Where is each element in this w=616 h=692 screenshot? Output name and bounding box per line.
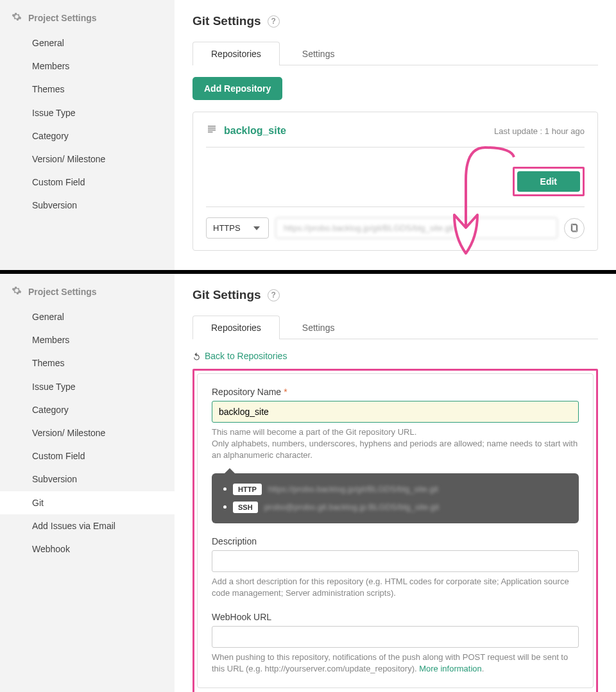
- sidebar-item-custom-field[interactable]: Custom Field: [0, 171, 175, 194]
- svg-rect-0: [208, 126, 216, 127]
- sidebar-item-webhook[interactable]: Webhook: [0, 537, 175, 561]
- sidebar-top: Project Settings General Members Themes …: [0, 0, 175, 270]
- repository-icon: [206, 124, 224, 138]
- svg-rect-2: [208, 130, 216, 131]
- webhook-input[interactable]: [212, 626, 579, 648]
- repository-card: backlog_site Last update : 1 hour ago Ed…: [193, 112, 598, 251]
- help-icon[interactable]: ?: [268, 15, 280, 28]
- url-preview: HTTP https://probo.backlog.jp/git/BLGDS/…: [212, 473, 579, 523]
- edit-button[interactable]: Edit: [517, 171, 580, 192]
- repo-name[interactable]: backlog_site: [224, 125, 286, 137]
- ssh-url: probo@probo.git.backlog.jp:BLGDS/blg_sit…: [264, 502, 440, 512]
- tabs: Repositories Settings: [193, 41, 598, 65]
- description-label: Description: [212, 536, 579, 546]
- sidebar-item-themes[interactable]: Themes: [0, 351, 175, 375]
- sidebar-item-members[interactable]: Members: [0, 328, 175, 351]
- sidebar-title: Project Settings: [28, 13, 97, 23]
- bullet-icon: [223, 505, 227, 509]
- protocol-value: HTTPS: [213, 223, 241, 233]
- copy-button[interactable]: [564, 218, 585, 239]
- page-title-row: Git Settings ?: [193, 288, 598, 302]
- repo-name-input[interactable]: [212, 401, 579, 423]
- sidebar-item-version-milestone[interactable]: Version/ Milestone: [0, 148, 175, 171]
- help-icon[interactable]: ?: [268, 289, 280, 301]
- divider: [206, 207, 585, 207]
- svg-rect-3: [208, 131, 213, 133]
- http-badge: HTTP: [233, 484, 262, 495]
- bullet-icon: [223, 487, 227, 491]
- clipboard-icon: [569, 223, 579, 233]
- form-highlight: Repository Name* This name will become a…: [193, 369, 598, 692]
- page-title: Git Settings: [193, 14, 261, 28]
- http-url-row: HTTP https://probo.backlog.jp/git/BLGDS/…: [223, 484, 567, 495]
- sidebar-item-subversion[interactable]: Subversion: [0, 194, 175, 217]
- sidebar-header: Project Settings: [0, 285, 175, 305]
- sidebar-item-git[interactable]: Git: [0, 491, 175, 514]
- main-bottom: Git Settings ? Repositories Settings Bac…: [175, 274, 616, 692]
- required-icon: *: [284, 387, 287, 397]
- sidebar-item-custom-field[interactable]: Custom Field: [0, 444, 175, 468]
- sidebar-item-category[interactable]: Category: [0, 124, 175, 148]
- repo-name-label: Repository Name*: [212, 387, 579, 397]
- sidebar-item-general[interactable]: General: [0, 31, 175, 55]
- ssh-badge: SSH: [233, 502, 258, 513]
- main-top: Git Settings ? Repositories Settings Add…: [175, 0, 616, 270]
- page-title-row: Git Settings ?: [193, 14, 598, 28]
- gear-icon: [12, 12, 22, 24]
- sidebar-item-issue-type[interactable]: Issue Type: [0, 101, 175, 124]
- http-url: https://probo.backlog.jp/git/BLGDS/blg_s…: [268, 484, 438, 494]
- sidebar-item-members[interactable]: Members: [0, 55, 175, 78]
- tab-settings[interactable]: Settings: [284, 316, 354, 339]
- clone-row: HTTPS https://probo.backlog.jp/git/BLGDS…: [206, 217, 585, 239]
- svg-rect-1: [208, 128, 216, 129]
- webhook-label: WebHook URL: [212, 612, 579, 622]
- protocol-select[interactable]: HTTPS: [206, 217, 269, 239]
- webhook-help: When pushing to this repository, notific…: [212, 652, 579, 675]
- page-title: Git Settings: [193, 288, 261, 302]
- tab-settings[interactable]: Settings: [284, 42, 354, 65]
- sidebar-item-add-issues-email[interactable]: Add Issues via Email: [0, 514, 175, 537]
- edit-repository-form: Repository Name* This name will become a…: [197, 373, 594, 688]
- sidebar-item-issue-type[interactable]: Issue Type: [0, 375, 175, 398]
- sidebar-title: Project Settings: [28, 287, 97, 297]
- sidebar-item-version-milestone[interactable]: Version/ Milestone: [0, 421, 175, 444]
- gear-icon: [12, 285, 22, 298]
- clone-url-field[interactable]: https://probo.backlog.jp/git/BLGDS/blg_s…: [275, 217, 558, 239]
- sidebar-item-themes[interactable]: Themes: [0, 78, 175, 101]
- description-input[interactable]: [212, 550, 579, 572]
- sidebar-item-subversion[interactable]: Subversion: [0, 468, 175, 491]
- sidebar-item-general[interactable]: General: [0, 305, 175, 328]
- repo-last-update: Last update : 1 hour ago: [494, 126, 585, 136]
- repo-name-help: This name will become a part of the Git …: [212, 426, 579, 462]
- undo-icon: [193, 352, 201, 360]
- back-to-repositories-link[interactable]: Back to Repositories: [193, 351, 287, 361]
- repo-name-group: backlog_site: [206, 124, 286, 138]
- ssh-url-row: SSH probo@probo.git.backlog.jp:BLGDS/blg…: [223, 502, 567, 513]
- tab-repositories[interactable]: Repositories: [193, 42, 280, 65]
- repo-header: backlog_site Last update : 1 hour ago: [206, 124, 585, 148]
- add-repository-button[interactable]: Add Repository: [193, 77, 282, 100]
- tab-repositories[interactable]: Repositories: [193, 316, 280, 339]
- sidebar-item-category[interactable]: Category: [0, 398, 175, 421]
- edit-highlight: Edit: [513, 167, 585, 196]
- description-help: Add a short description for this reposit…: [212, 576, 579, 599]
- sidebar-header: Project Settings: [0, 12, 175, 31]
- tabs: Repositories Settings: [193, 315, 598, 339]
- more-information-link[interactable]: More information: [419, 664, 482, 673]
- sidebar-bottom: Project Settings General Members Themes …: [0, 274, 175, 692]
- chevron-down-icon: [253, 226, 260, 230]
